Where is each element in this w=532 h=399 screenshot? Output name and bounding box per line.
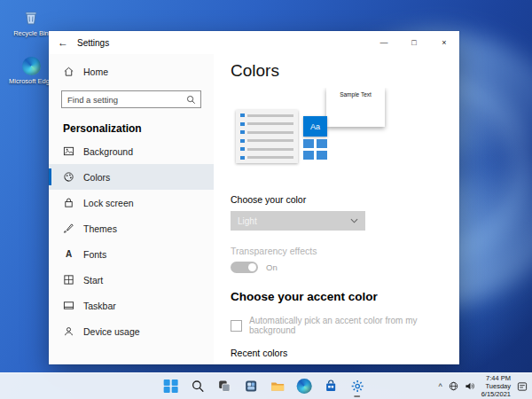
- settings-sidebar: Home Personalization Background Colors L…: [49, 54, 214, 364]
- toggle-state-label: On: [266, 262, 278, 272]
- desktop-icon-label: Microsoft Edge: [9, 78, 53, 86]
- taskbar-clock[interactable]: 7:44 PM Tuesday 6/15/2021: [481, 374, 511, 398]
- auto-accent-checkbox[interactable]: [231, 320, 242, 332]
- edge-icon: [20, 55, 42, 76]
- sidebar-item-colors[interactable]: Colors: [49, 164, 214, 190]
- widgets-icon: [244, 379, 257, 393]
- start-icon: [63, 274, 74, 286]
- edge-button[interactable]: [293, 376, 315, 397]
- settings-gear-icon: [350, 379, 364, 393]
- clock-day: Tuesday: [481, 382, 511, 390]
- page-title: Colors: [231, 61, 459, 81]
- desktop-icon-label: Recycle Bin: [13, 30, 49, 38]
- accent-color-heading: Choose your accent color: [231, 290, 459, 303]
- store-button[interactable]: [320, 376, 341, 397]
- sidebar-item-label: Lock screen: [83, 198, 134, 208]
- home-icon: [63, 66, 74, 77]
- store-icon: [324, 379, 337, 393]
- task-view-button[interactable]: [214, 376, 235, 397]
- colors-icon: [63, 171, 74, 183]
- sidebar-item-label: Fonts: [83, 249, 106, 260]
- task-view-icon: [217, 379, 231, 393]
- search-icon[interactable]: [186, 95, 200, 105]
- aa-preview-tile: Aa: [303, 116, 327, 137]
- sidebar-item-home[interactable]: Home: [49, 59, 214, 83]
- sample-text-card: Sample Text: [326, 88, 385, 127]
- fonts-icon: A: [63, 249, 74, 259]
- file-explorer-icon: [270, 379, 285, 393]
- desktop-icon-microsoft-edge[interactable]: Microsoft Edge: [7, 55, 55, 86]
- sidebar-item-taskbar[interactable]: Taskbar: [49, 293, 214, 318]
- search-button[interactable]: [187, 376, 208, 397]
- transparency-label: Transparency effects: [231, 246, 459, 256]
- sidebar-item-fonts[interactable]: A Fonts: [49, 241, 214, 267]
- sidebar-item-label: Device usage: [83, 326, 140, 337]
- sidebar-item-themes[interactable]: Themes: [49, 215, 214, 241]
- taskbar: ^ 7:44 PM Tuesday 6/15/2021: [0, 372, 532, 399]
- recent-colors-label: Recent colors: [231, 348, 459, 358]
- preview-mini-settings: [236, 110, 298, 163]
- color-mode-value: Light: [238, 216, 350, 226]
- settings-app-button[interactable]: [347, 376, 368, 397]
- start-button[interactable]: [160, 376, 182, 397]
- settings-window: ← Settings — □ × Home Personalization Ba: [49, 31, 459, 364]
- network-icon[interactable]: [449, 381, 458, 391]
- search-input[interactable]: [62, 95, 186, 105]
- choose-color-label: Choose your color: [231, 194, 459, 205]
- titlebar: ← Settings — □ ×: [49, 31, 459, 54]
- background-icon: [63, 145, 74, 157]
- recycle-bin-icon: [20, 7, 42, 28]
- sidebar-section-header: Personalization: [63, 122, 214, 135]
- auto-accent-label: Automatically pick an accent color from …: [249, 316, 459, 335]
- sidebar-item-label: Themes: [83, 223, 117, 234]
- sidebar-item-label: Taskbar: [83, 301, 116, 311]
- search-icon: [191, 379, 204, 393]
- tray-chevron-up-icon[interactable]: ^: [438, 382, 442, 391]
- toggle-knob: [248, 263, 256, 271]
- device-usage-icon: [63, 325, 74, 337]
- color-mode-dropdown[interactable]: Light: [231, 211, 365, 231]
- clock-time: 7:44 PM: [481, 374, 511, 382]
- preview-tile-grid: [303, 139, 327, 160]
- clock-date: 6/15/2021: [481, 390, 511, 398]
- close-button[interactable]: ×: [429, 31, 459, 54]
- notification-icon[interactable]: [517, 381, 528, 392]
- minimize-button[interactable]: —: [369, 31, 399, 54]
- color-preview-image: Sample Text Aa: [231, 88, 394, 168]
- sidebar-item-lock-screen[interactable]: Lock screen: [49, 190, 214, 215]
- windows-logo-icon: [164, 379, 178, 394]
- sidebar-item-label: Colors: [83, 172, 110, 183]
- taskbar-icon: [63, 300, 74, 311]
- maximize-button[interactable]: □: [399, 31, 429, 54]
- file-explorer-button[interactable]: [267, 376, 288, 397]
- lock-icon: [63, 197, 74, 208]
- widgets-button[interactable]: [240, 376, 262, 397]
- sidebar-item-start[interactable]: Start: [49, 267, 214, 293]
- window-title: Settings: [77, 38, 109, 48]
- edge-icon: [296, 379, 311, 394]
- search-box: [61, 90, 201, 108]
- sidebar-item-device-usage[interactable]: Device usage: [49, 318, 214, 344]
- desktop-icon-recycle-bin[interactable]: Recycle Bin: [7, 7, 55, 38]
- volume-icon[interactable]: [465, 381, 475, 391]
- sidebar-item-background[interactable]: Background: [49, 138, 214, 164]
- themes-icon: [63, 223, 74, 234]
- sidebar-item-label: Home: [83, 66, 108, 77]
- transparency-toggle[interactable]: [231, 262, 258, 273]
- sidebar-item-label: Background: [83, 146, 133, 157]
- sample-text: Sample Text: [326, 91, 385, 98]
- back-button[interactable]: ←: [49, 31, 77, 54]
- chevron-down-icon: [350, 218, 358, 223]
- colors-page: Colors Sample Text Aa Choose your color: [214, 54, 459, 364]
- sidebar-item-label: Start: [83, 275, 103, 286]
- running-app-indicator: [354, 395, 360, 397]
- window-controls: — □ ×: [369, 31, 459, 54]
